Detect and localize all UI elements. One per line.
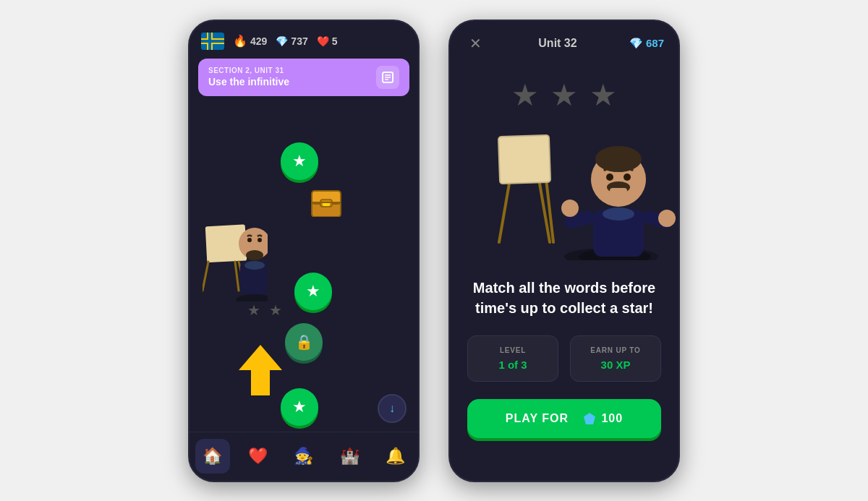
flag-icon[interactable] [201, 33, 224, 50]
scroll-down-button[interactable]: ↓ [378, 394, 407, 423]
gem-count: 💎 687 [629, 37, 664, 50]
hearts-stat: ❤️ 5 [317, 35, 338, 47]
gems-stat: 💎 737 [276, 35, 307, 47]
earn-label: EARN UP TO [579, 346, 652, 354]
svg-point-19 [246, 250, 263, 260]
star-3: ★ [590, 77, 617, 113]
chest-upper [310, 189, 342, 223]
node-top[interactable]: ★ [281, 142, 318, 180]
svg-rect-46 [610, 188, 627, 194]
info-row: LEVEL 1 of 3 EARN UP TO 30 XP [467, 335, 661, 382]
play-button-cost: 100 [601, 412, 623, 425]
gem-value-right: 687 [646, 37, 664, 49]
stars-row: ★ ★ ★ [511, 77, 617, 113]
scroll-down-icon: ↓ [389, 402, 395, 415]
svg-rect-35 [498, 134, 550, 183]
unit-title: Unit 32 [538, 37, 576, 50]
svg-point-21 [258, 238, 262, 242]
earn-card: EARN UP TO 30 XP [570, 335, 661, 382]
home-icon: 🏠 [203, 447, 222, 466]
hearts-value: 5 [332, 35, 338, 47]
arrow-up [239, 345, 282, 398]
level-label: LEVEL [477, 346, 549, 354]
svg-point-49 [561, 200, 579, 217]
description-text: Match all the words before time's up to … [467, 278, 661, 318]
section-title: Use the infinitive [208, 76, 289, 87]
node-bottom[interactable]: ★ [281, 388, 318, 426]
play-button[interactable]: PLAY FOR 100 [467, 399, 661, 438]
map-content: ★ [190, 128, 418, 432]
left-header: 🔥 429 💎 737 ❤️ 5 [190, 21, 418, 56]
svg-point-44 [624, 174, 631, 181]
hearts-nav-icon: ❤️ [248, 447, 268, 466]
close-button[interactable]: ✕ [464, 33, 486, 54]
star-gray-2: ★ [269, 301, 282, 319]
quests-icon: 🏰 [340, 447, 359, 466]
nav-hearts[interactable]: ❤️ [241, 439, 276, 474]
svg-rect-4 [201, 40, 224, 43]
svg-point-39 [603, 207, 634, 220]
svg-point-20 [247, 238, 252, 242]
svg-line-33 [499, 179, 510, 242]
node-gem-mid[interactable]: 🔒 [285, 323, 323, 361]
svg-point-50 [658, 210, 676, 227]
level-value: 1 of 3 [477, 359, 549, 371]
map-scroll-area[interactable]: ★ [190, 128, 418, 432]
right-header: ✕ Unit 32 💎 687 [450, 21, 678, 63]
right-content: ★ ★ ★ [450, 63, 678, 453]
right-phone: ✕ Unit 32 💎 687 ★ ★ ★ [448, 20, 680, 482]
close-icon: ✕ [469, 35, 482, 52]
nav-home[interactable]: 🏠 [195, 439, 230, 474]
play-button-label: PLAY FOR [506, 412, 569, 425]
svg-point-24 [236, 294, 268, 301]
section-label: SECTION 2, UNIT 31 [208, 67, 289, 74]
svg-line-16 [235, 262, 239, 291]
gem-icon-play [584, 413, 595, 424]
section-banner[interactable]: SECTION 2, UNIT 31 Use the infinitive [198, 59, 409, 96]
flame-icon: 🔥 [233, 34, 247, 48]
streak-stat: 🔥 429 [233, 34, 267, 48]
svg-marker-51 [584, 413, 595, 424]
streak-value: 429 [250, 35, 267, 47]
nav-profile[interactable]: 🧙 [286, 439, 321, 474]
gem-icon-right: 💎 [629, 37, 643, 50]
character-right [492, 130, 637, 260]
left-phone: 🔥 429 💎 737 ❤️ 5 SECTION 2, UNIT 31 Use … [188, 20, 420, 482]
svg-point-43 [606, 174, 613, 181]
node-mid[interactable]: ★ [294, 273, 332, 310]
level-card: LEVEL 1 of 3 [467, 335, 558, 382]
notes-icon [376, 66, 399, 89]
bell-icon: 🔔 [386, 447, 405, 466]
star-2: ★ [550, 77, 578, 113]
svg-point-42 [595, 146, 642, 172]
nav-notifications[interactable]: 🔔 [378, 439, 412, 474]
svg-line-15 [203, 262, 208, 291]
bottom-nav: 🏠 ❤️ 🧙 🏰 🔔 [190, 432, 418, 481]
star-1: ★ [511, 77, 539, 113]
section-text: SECTION 2, UNIT 31 Use the infinitive [208, 67, 289, 87]
gems-value-left: 737 [291, 35, 307, 47]
star-gray-1: ★ [247, 301, 260, 319]
gem-icon-left: 💎 [276, 35, 288, 47]
profile-icon: 🧙 [294, 447, 313, 466]
earn-value: 30 XP [579, 359, 652, 371]
character-left [203, 222, 268, 304]
heart-icon: ❤️ [317, 35, 329, 47]
nav-quests[interactable]: 🏰 [332, 439, 367, 474]
svg-marker-25 [239, 345, 282, 395]
svg-point-23 [244, 261, 265, 270]
